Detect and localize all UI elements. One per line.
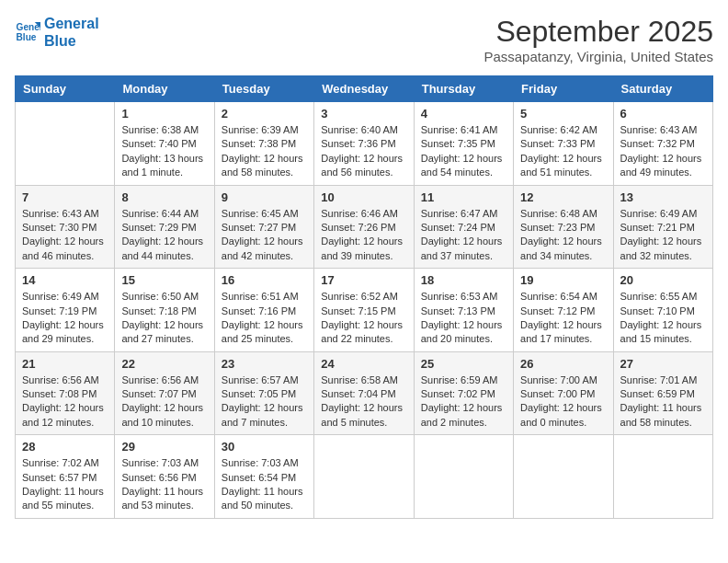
day-info: Sunrise: 6:51 AMSunset: 7:16 PMDaylight:… (222, 290, 307, 347)
calendar-cell: 10Sunrise: 6:46 AMSunset: 7:26 PMDayligh… (314, 185, 414, 269)
weekday-header-row: SundayMondayTuesdayWednesdayThursdayFrid… (16, 76, 713, 102)
logo: General Blue General Blue (15, 15, 99, 50)
day-number: 10 (321, 190, 406, 204)
calendar-cell: 5Sunrise: 6:42 AMSunset: 7:33 PMDaylight… (514, 102, 613, 186)
calendar-cell (16, 102, 115, 186)
weekday-header-monday: Monday (115, 76, 214, 102)
day-number: 20 (620, 273, 706, 287)
day-number: 3 (321, 107, 406, 121)
svg-text:Blue: Blue (17, 33, 37, 43)
calendar-cell: 1Sunrise: 6:38 AMSunset: 7:40 PMDaylight… (115, 102, 214, 186)
day-info: Sunrise: 7:02 AMSunset: 6:57 PMDaylight:… (22, 456, 108, 513)
title-block: September 2025 Passapatanzy, Virginia, U… (483, 15, 713, 64)
day-number: 29 (121, 440, 207, 454)
calendar-cell: 19Sunrise: 6:54 AMSunset: 7:12 PMDayligh… (514, 269, 613, 352)
day-info: Sunrise: 6:58 AMSunset: 7:04 PMDaylight:… (321, 373, 406, 431)
day-info: Sunrise: 6:48 AMSunset: 7:23 PMDaylight:… (520, 207, 606, 264)
calendar-week-3: 14Sunrise: 6:49 AMSunset: 7:19 PMDayligh… (16, 269, 713, 352)
day-number: 8 (121, 190, 207, 204)
day-info: Sunrise: 6:59 AMSunset: 7:02 PMDaylight:… (421, 373, 506, 431)
day-info: Sunrise: 6:49 AMSunset: 7:19 PMDaylight:… (22, 290, 108, 347)
calendar-cell: 12Sunrise: 6:48 AMSunset: 7:23 PMDayligh… (514, 185, 613, 269)
calendar-cell: 28Sunrise: 7:02 AMSunset: 6:57 PMDayligh… (16, 435, 115, 519)
day-number: 23 (222, 357, 307, 371)
day-info: Sunrise: 6:56 AMSunset: 7:08 PMDaylight:… (22, 373, 108, 431)
day-info: Sunrise: 7:03 AMSunset: 6:54 PMDaylight:… (222, 456, 307, 513)
day-info: Sunrise: 6:56 AMSunset: 7:07 PMDaylight:… (121, 373, 207, 431)
day-number: 12 (520, 190, 606, 204)
calendar-cell (414, 435, 513, 519)
day-number: 6 (620, 107, 706, 121)
day-info: Sunrise: 6:53 AMSunset: 7:13 PMDaylight:… (421, 290, 506, 347)
calendar-cell: 30Sunrise: 7:03 AMSunset: 6:54 PMDayligh… (214, 435, 313, 519)
weekday-header-saturday: Saturday (613, 76, 712, 102)
calendar-cell (514, 435, 613, 519)
day-number: 7 (22, 190, 108, 204)
day-info: Sunrise: 6:40 AMSunset: 7:36 PMDaylight:… (321, 123, 406, 180)
calendar-cell (613, 435, 712, 519)
day-info: Sunrise: 6:42 AMSunset: 7:33 PMDaylight:… (520, 123, 606, 180)
calendar-week-1: 1Sunrise: 6:38 AMSunset: 7:40 PMDaylight… (16, 102, 713, 186)
calendar-cell: 25Sunrise: 6:59 AMSunset: 7:02 PMDayligh… (414, 351, 513, 435)
day-number: 13 (620, 190, 706, 204)
logo-blue: Blue (44, 32, 99, 50)
day-number: 9 (222, 190, 307, 204)
page-header: General Blue General Blue September 2025… (15, 15, 713, 64)
day-number: 5 (520, 107, 606, 121)
calendar-cell: 20Sunrise: 6:55 AMSunset: 7:10 PMDayligh… (613, 269, 712, 352)
day-info: Sunrise: 6:55 AMSunset: 7:10 PMDaylight:… (620, 290, 706, 347)
day-number: 27 (620, 357, 706, 371)
day-number: 24 (321, 357, 406, 371)
logo-general: General (44, 15, 99, 32)
calendar-cell: 9Sunrise: 6:45 AMSunset: 7:27 PMDaylight… (214, 185, 313, 269)
day-number: 14 (22, 273, 108, 287)
day-info: Sunrise: 6:45 AMSunset: 7:27 PMDaylight:… (222, 207, 307, 264)
weekday-header-thursday: Thursday (414, 76, 513, 102)
calendar-cell: 26Sunrise: 7:00 AMSunset: 7:00 PMDayligh… (514, 351, 613, 435)
day-info: Sunrise: 6:50 AMSunset: 7:18 PMDaylight:… (121, 290, 207, 347)
day-info: Sunrise: 7:01 AMSunset: 6:59 PMDaylight:… (620, 373, 706, 431)
day-info: Sunrise: 6:57 AMSunset: 7:05 PMDaylight:… (222, 373, 307, 431)
day-number: 4 (421, 107, 506, 121)
day-info: Sunrise: 6:39 AMSunset: 7:38 PMDaylight:… (222, 123, 307, 180)
day-number: 2 (222, 107, 307, 121)
day-number: 17 (321, 273, 406, 287)
calendar-cell: 21Sunrise: 6:56 AMSunset: 7:08 PMDayligh… (16, 351, 115, 435)
day-number: 16 (222, 273, 307, 287)
day-number: 1 (121, 107, 207, 121)
weekday-header-wednesday: Wednesday (314, 76, 414, 102)
calendar-cell: 13Sunrise: 6:49 AMSunset: 7:21 PMDayligh… (613, 185, 712, 269)
calendar-cell (314, 435, 414, 519)
day-number: 11 (421, 190, 506, 204)
day-number: 22 (121, 357, 207, 371)
day-info: Sunrise: 6:38 AMSunset: 7:40 PMDaylight:… (121, 123, 207, 180)
logo-icon: General Blue (15, 19, 40, 45)
day-info: Sunrise: 6:41 AMSunset: 7:35 PMDaylight:… (421, 123, 506, 180)
day-info: Sunrise: 6:46 AMSunset: 7:26 PMDaylight:… (321, 207, 406, 264)
calendar-cell: 4Sunrise: 6:41 AMSunset: 7:35 PMDaylight… (414, 102, 513, 186)
calendar-cell: 2Sunrise: 6:39 AMSunset: 7:38 PMDaylight… (214, 102, 313, 186)
day-number: 15 (121, 273, 207, 287)
day-info: Sunrise: 7:03 AMSunset: 6:56 PMDaylight:… (121, 456, 207, 513)
calendar-week-5: 28Sunrise: 7:02 AMSunset: 6:57 PMDayligh… (16, 435, 713, 519)
calendar-cell: 15Sunrise: 6:50 AMSunset: 7:18 PMDayligh… (115, 269, 214, 352)
calendar-cell: 18Sunrise: 6:53 AMSunset: 7:13 PMDayligh… (414, 269, 513, 352)
location-title: Passapatanzy, Virginia, United States (483, 49, 713, 64)
day-info: Sunrise: 6:52 AMSunset: 7:15 PMDaylight:… (321, 290, 406, 347)
day-info: Sunrise: 6:43 AMSunset: 7:32 PMDaylight:… (620, 123, 706, 180)
day-number: 18 (421, 273, 506, 287)
day-info: Sunrise: 6:47 AMSunset: 7:24 PMDaylight:… (421, 207, 506, 264)
weekday-header-friday: Friday (514, 76, 613, 102)
day-info: Sunrise: 6:43 AMSunset: 7:30 PMDaylight:… (22, 207, 108, 264)
day-number: 30 (222, 440, 307, 454)
weekday-header-tuesday: Tuesday (214, 76, 313, 102)
calendar-week-4: 21Sunrise: 6:56 AMSunset: 7:08 PMDayligh… (16, 351, 713, 435)
calendar-cell: 14Sunrise: 6:49 AMSunset: 7:19 PMDayligh… (16, 269, 115, 352)
day-info: Sunrise: 6:54 AMSunset: 7:12 PMDaylight:… (520, 290, 606, 347)
calendar-week-2: 7Sunrise: 6:43 AMSunset: 7:30 PMDaylight… (16, 185, 713, 269)
day-info: Sunrise: 6:49 AMSunset: 7:21 PMDaylight:… (620, 207, 706, 264)
calendar-cell: 17Sunrise: 6:52 AMSunset: 7:15 PMDayligh… (314, 269, 414, 352)
calendar-cell: 8Sunrise: 6:44 AMSunset: 7:29 PMDaylight… (115, 185, 214, 269)
calendar-cell: 27Sunrise: 7:01 AMSunset: 6:59 PMDayligh… (613, 351, 712, 435)
calendar-cell: 29Sunrise: 7:03 AMSunset: 6:56 PMDayligh… (115, 435, 214, 519)
